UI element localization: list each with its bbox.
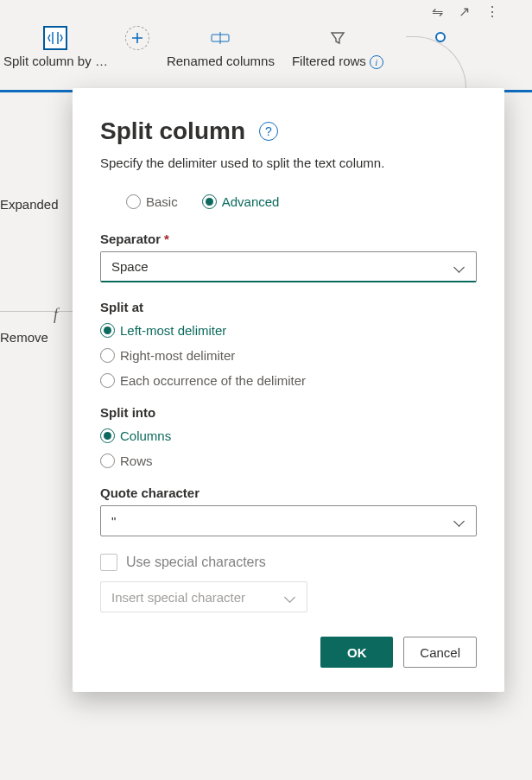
radio-label: Right-most delimiter — [120, 348, 235, 363]
radio-label: Left-most delimiter — [120, 323, 226, 338]
split-column-icon — [43, 26, 67, 50]
radio-bullet — [126, 194, 141, 209]
ok-button[interactable]: OK — [320, 637, 393, 668]
cancel-button[interactable]: Cancel — [403, 637, 477, 668]
radio-left-most[interactable]: Left-most delimiter — [100, 323, 477, 338]
fx-icon: f — [54, 306, 58, 324]
expanded-label: Expanded — [0, 197, 59, 212]
quote-value: " — [111, 514, 116, 529]
radio-bullet — [100, 348, 115, 363]
radio-rows[interactable]: Rows — [100, 453, 477, 468]
quote-label: Quote character — [100, 485, 477, 500]
radio-columns[interactable]: Columns — [100, 428, 477, 443]
plus-icon — [125, 26, 149, 50]
quote-group: Quote character " — [100, 485, 477, 536]
step-renamed-columns[interactable]: Renamed columns — [167, 26, 275, 68]
chevron-down-icon — [453, 515, 466, 527]
radio-bullet — [202, 194, 217, 209]
dialog-buttons: OK Cancel — [100, 637, 477, 668]
separator-group: Separator* Space — [100, 231, 477, 282]
radio-basic[interactable]: Basic — [126, 194, 178, 209]
special-chars-checkbox: Use special characters — [100, 554, 477, 571]
radio-bullet — [100, 323, 115, 338]
split-into-label: Split into — [100, 405, 477, 420]
separator-value: Space — [111, 259, 149, 274]
mode-radio-group: Basic Advanced — [100, 194, 477, 209]
step-label: Renamed columns — [167, 54, 275, 68]
radio-right-most[interactable]: Right-most delimiter — [100, 348, 477, 363]
radio-label: Rows — [120, 453, 153, 468]
split-at-label: Split at — [100, 300, 477, 314]
insert-special-label: Insert special character — [111, 590, 245, 605]
radio-bullet — [100, 428, 115, 443]
insert-special-dropdown: Insert special character — [100, 581, 307, 612]
split-column-dialog: Split column ? Specify the delimiter use… — [73, 88, 504, 692]
split-into-group: Split into Columns Rows — [100, 405, 477, 468]
rename-icon — [208, 26, 232, 50]
filter-icon — [326, 26, 350, 50]
dialog-title: Split column — [100, 117, 245, 145]
radio-label: Advanced — [222, 194, 280, 209]
step-add[interactable] — [125, 26, 149, 50]
quote-select[interactable]: " — [100, 505, 477, 536]
radio-advanced[interactable]: Advanced — [202, 194, 280, 209]
more-icon[interactable]: ⋮ — [485, 3, 499, 20]
separator-select[interactable]: Space — [100, 251, 477, 282]
expand-icon[interactable]: ↗ — [459, 3, 470, 20]
transform-steps: Split column by … Renamed columns Filter… — [0, 26, 532, 86]
checkbox-box — [100, 554, 117, 571]
radio-label: Each occurrence of the delimiter — [120, 373, 306, 388]
share-icon[interactable]: ⇋ — [432, 3, 443, 20]
radio-label: Columns — [120, 428, 171, 443]
top-right-icons: ⇋ ↗ ⋮ — [432, 3, 499, 20]
separator-label: Separator* — [100, 231, 477, 246]
help-icon[interactable]: ? — [259, 122, 278, 141]
step-filtered-rows[interactable]: Filtered rowsi — [292, 26, 383, 69]
split-at-group: Split at Left-most delimiter Right-most … — [100, 300, 477, 388]
remove-label: Remove — [0, 330, 48, 345]
step-label: Filtered rowsi — [292, 54, 383, 69]
step-label: Split column by … — [3, 54, 108, 68]
checkbox-label: Use special characters — [126, 555, 266, 570]
radio-bullet — [100, 373, 115, 388]
step-split-column[interactable]: Split column by … — [3, 26, 108, 68]
info-icon[interactable]: i — [370, 55, 383, 69]
radio-bullet — [100, 453, 115, 468]
radio-each-occurrence[interactable]: Each occurrence of the delimiter — [100, 373, 477, 388]
chevron-down-icon — [453, 261, 466, 273]
hline — [0, 311, 73, 312]
radio-label: Basic — [146, 194, 178, 209]
dialog-subtitle: Specify the delimiter used to split the … — [100, 155, 477, 170]
chevron-down-icon — [284, 591, 296, 603]
